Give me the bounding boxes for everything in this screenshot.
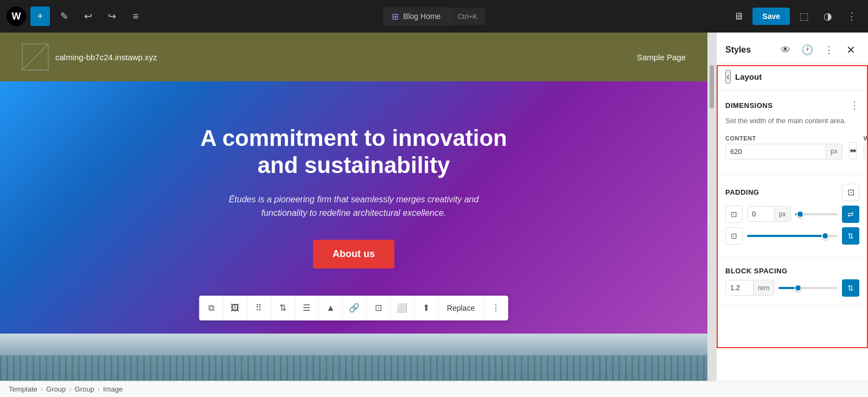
monitor-button[interactable]: 🖥 xyxy=(729,7,748,26)
building-lines xyxy=(0,355,707,381)
eye-button[interactable]: 👁 xyxy=(777,41,794,59)
sidebar-toggle-button[interactable]: ⬚ xyxy=(794,7,814,26)
save-button[interactable]: Save xyxy=(752,8,790,25)
breadcrumb-sep-2: › xyxy=(69,385,71,393)
padding-title: PADDING xyxy=(725,188,759,196)
site-domain: calming-bb7c24.instawp.xyz xyxy=(55,53,157,62)
dimensions-row: CONTENT px ⬌ WIDE px ⬌ xyxy=(725,135,859,159)
keyboard-shortcut-badge: Ctrl+K xyxy=(449,8,484,25)
wp-logo[interactable]: W xyxy=(7,7,26,26)
block-spacing-title: BLOCK SPACING xyxy=(725,267,788,275)
history-button[interactable]: 🕐 xyxy=(799,41,816,59)
wide-width-input[interactable] xyxy=(864,144,868,159)
scrollbar-thumb[interactable] xyxy=(710,65,714,108)
more-icon: ⋮ xyxy=(847,10,857,22)
more-options-button[interactable]: ⋮ xyxy=(842,7,861,26)
padding-top-arrows-button[interactable]: ⇄ xyxy=(842,206,859,223)
back-label: Layout xyxy=(735,72,762,81)
link-button[interactable]: 🔗 xyxy=(343,296,367,320)
replace-label: Replace xyxy=(438,296,484,320)
drag-handle[interactable]: ⠿ xyxy=(247,296,271,320)
undo-button[interactable]: ↩ xyxy=(78,7,98,26)
scrollbar[interactable] xyxy=(707,33,716,381)
content-input-row: px xyxy=(725,144,843,159)
site-logo xyxy=(22,43,49,71)
dimensions-desc: Set the width of the main content area. xyxy=(725,116,859,126)
padding-bottom-icon[interactable]: ⊡ xyxy=(725,227,743,245)
padding-bottom-slider-fill xyxy=(747,235,824,237)
breadcrumb-sep-1: › xyxy=(41,385,43,393)
padding-bottom-arrows-button[interactable]: ⇅ xyxy=(842,227,859,245)
list-icon: ≡ xyxy=(133,11,139,22)
duplicate-button[interactable]: ⧉ xyxy=(200,296,224,320)
block-spacing-slider-fill xyxy=(778,287,796,289)
wide-dim-label: WIDE xyxy=(864,135,868,142)
undo-icon: ↩ xyxy=(84,10,92,22)
building-image xyxy=(0,334,707,381)
panel-header: Styles 👁 🕐 ⋮ ✕ xyxy=(717,33,868,63)
panel-close-button[interactable]: ✕ xyxy=(842,41,859,59)
monitor-icon: 🖥 xyxy=(733,11,743,22)
block-more-button[interactable]: ⋮ xyxy=(484,296,508,320)
site-preview: calming-bb7c24.instawp.xyz Sample Page A… xyxy=(0,33,707,381)
panel-title: Styles xyxy=(725,45,751,55)
expand-button[interactable]: ⬜ xyxy=(391,296,414,320)
breadcrumb-group-2[interactable]: Group xyxy=(75,385,94,393)
content-unit: px xyxy=(826,144,842,158)
block-spacing-input[interactable] xyxy=(726,280,753,295)
block-spacing-slider-thumb[interactable] xyxy=(794,284,802,292)
pen-button[interactable]: ✎ xyxy=(54,7,74,26)
padding-bottom-slider[interactable] xyxy=(747,235,838,237)
add-block-button[interactable]: + xyxy=(30,7,50,26)
block-spacing-arrows-button[interactable]: ⇅ xyxy=(842,279,859,297)
panel-header-icons: 👁 🕐 ⋮ ✕ xyxy=(777,41,859,59)
hero-title: A commitment to innovation and sustainab… xyxy=(191,125,516,180)
panel-more-button[interactable]: ⋮ xyxy=(820,41,838,59)
padding-top-icon[interactable]: ⊡ xyxy=(725,206,743,223)
list-button[interactable]: ≡ xyxy=(126,7,145,26)
dimensions-menu-button[interactable]: ⋮ xyxy=(850,99,859,111)
about-us-button[interactable]: About us xyxy=(313,240,394,268)
transform-button[interactable]: ▲ xyxy=(319,296,343,320)
hero-section: A commitment to innovation and sustainab… xyxy=(0,81,707,334)
breadcrumb-group-1[interactable]: Group xyxy=(46,385,66,393)
padding-expand-button[interactable]: ⊡ xyxy=(842,184,859,201)
block-spacing-input-group: rem xyxy=(725,280,774,296)
block-spacing-section: BLOCK SPACING rem ⇅ xyxy=(717,258,868,306)
toolbar-center: ⊞ Blog Home Ctrl+K xyxy=(383,7,485,26)
padding-top-input[interactable] xyxy=(748,207,774,221)
sidebar-icon: ⬚ xyxy=(800,10,809,22)
image-button[interactable]: 🖼 xyxy=(224,296,247,320)
crop-button[interactable]: ⊡ xyxy=(367,296,391,320)
add-icon: + xyxy=(37,11,43,22)
upload-button[interactable]: ⬆ xyxy=(414,296,438,320)
shortcut-text: Ctrl+K xyxy=(457,12,477,21)
redo-button[interactable]: ↪ xyxy=(102,7,122,26)
wide-input-row: px xyxy=(864,144,868,159)
theme-toggle-button[interactable]: ◑ xyxy=(818,7,838,26)
padding-top-unit: px xyxy=(774,207,790,221)
theme-icon: ◑ xyxy=(824,10,832,22)
breadcrumb-image[interactable]: Image xyxy=(103,385,123,393)
align-button[interactable]: ☰ xyxy=(295,296,319,320)
pen-icon: ✎ xyxy=(60,10,68,22)
image-preview xyxy=(0,334,707,381)
breadcrumb-bar: Template › Group › Group › Image xyxy=(0,381,868,397)
dim-lock-button[interactable]: ⬌ xyxy=(849,142,857,159)
padding-bottom-slider-thumb[interactable] xyxy=(821,232,829,240)
breadcrumb-template[interactable]: Template xyxy=(9,385,37,393)
hero-subtitle: Études is a pioneering firm that seamles… xyxy=(213,193,495,220)
padding-top-slider[interactable] xyxy=(795,213,838,215)
move-up-down-button[interactable]: ⇅ xyxy=(271,296,295,320)
nav-link[interactable]: Sample Page xyxy=(637,53,686,62)
blog-home-icon: ⊞ xyxy=(392,11,399,22)
back-button[interactable]: ‹ xyxy=(725,70,731,84)
padding-top-slider-thumb[interactable] xyxy=(796,210,804,218)
canvas-area: calming-bb7c24.instawp.xyz Sample Page A… xyxy=(0,33,716,381)
content-dim-label: CONTENT xyxy=(725,135,843,142)
block-toolbar: ⧉ 🖼 ⠿ ⇅ ☰ ▲ 🔗 ⊡ ⬜ ⬆ Replace ⋮ xyxy=(199,296,508,321)
content-width-input[interactable] xyxy=(726,144,826,159)
site-logo-area: calming-bb7c24.instawp.xyz xyxy=(22,43,157,71)
blog-home-button[interactable]: ⊞ Blog Home xyxy=(383,7,449,26)
block-spacing-slider[interactable] xyxy=(778,287,838,289)
